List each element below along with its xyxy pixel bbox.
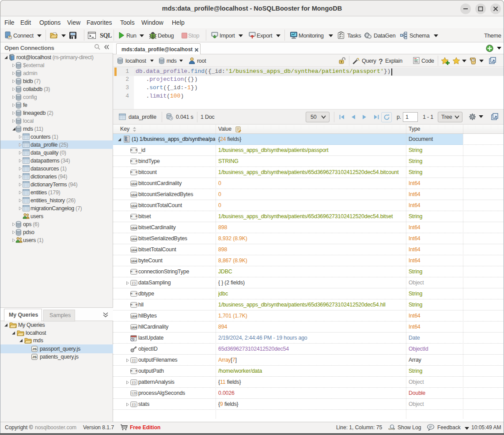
svg-text:JS: JS — [32, 355, 37, 359]
svg-text:i64: i64 — [131, 238, 137, 241]
svg-text:i64: i64 — [131, 326, 137, 329]
svg-text:i64: i64 — [131, 249, 137, 252]
svg-text:i64: i64 — [131, 227, 137, 230]
svg-text:i64: i64 — [131, 193, 137, 197]
svg-text:" ": " " — [130, 304, 137, 308]
svg-text:i64: i64 — [131, 315, 137, 318]
svg-text:{·}: {·} — [132, 380, 136, 384]
svg-text:" ": " " — [130, 216, 137, 219]
svg-text:" ": " " — [130, 171, 137, 175]
svg-text:JS: JS — [32, 347, 37, 351]
svg-text:" ": " " — [130, 160, 137, 164]
svg-text:i64: i64 — [131, 182, 137, 186]
svg-text:[·]: [·] — [133, 358, 136, 362]
svg-text:" ": " " — [130, 149, 137, 153]
svg-text:" ": " " — [130, 370, 137, 374]
svg-text:i64: i64 — [131, 204, 137, 208]
svg-text:i64: i64 — [131, 260, 137, 263]
svg-text:1.23: 1.23 — [131, 392, 136, 395]
svg-text:" ": " " — [130, 271, 137, 275]
svg-text:{·}: {·} — [132, 402, 136, 406]
svg-text:{·}: {·} — [132, 281, 136, 285]
svg-text:" ": " " — [130, 293, 137, 297]
